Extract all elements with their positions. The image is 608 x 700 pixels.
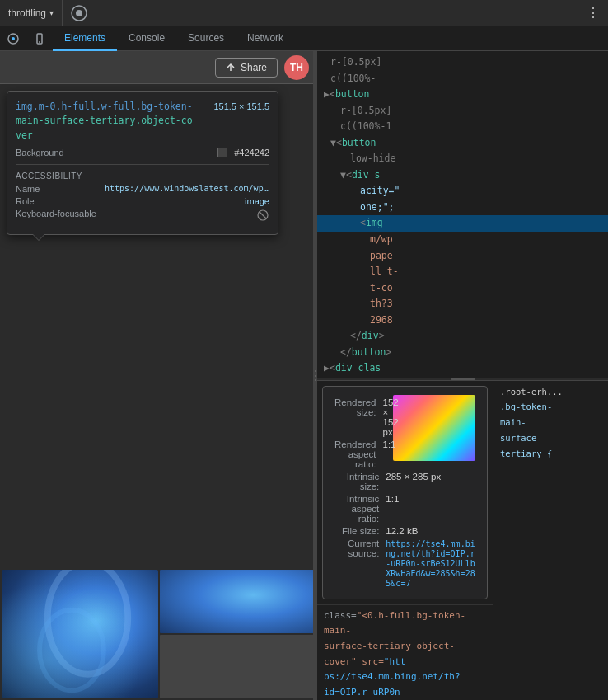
color-swatch bbox=[217, 148, 227, 157]
intrinsic-size-value: 285 × 285 px bbox=[386, 472, 475, 482]
more-options-button[interactable]: ⋮ bbox=[578, 5, 608, 21]
swirl-decoration bbox=[2, 570, 158, 698]
intrinsic-size-row: Intrinsic size: 285 × 285 px bbox=[334, 472, 475, 491]
main-content: Share TH 151.5 × 151.5 img.m-0.h-full.w-… bbox=[0, 51, 608, 700]
css-line: surface- bbox=[500, 430, 601, 446]
rendered-aspect-value: 1:1 bbox=[383, 439, 396, 449]
bottom-section: Rendered size: 152 × 152 px Rendered asp… bbox=[317, 381, 608, 701]
role-row: Role image bbox=[16, 196, 269, 206]
keyboard-label: Keyboard-focusable bbox=[16, 209, 96, 223]
file-size-row: File size: 12.2 kB bbox=[334, 526, 475, 536]
role-label: Role bbox=[16, 196, 35, 206]
image-cell-3 bbox=[160, 635, 316, 698]
browser-panel: Share TH 151.5 × 151.5 img.m-0.h-full.w-… bbox=[0, 51, 317, 700]
image-info-section: Rendered size: 152 × 152 px Rendered asp… bbox=[317, 381, 493, 701]
rendered-size-label: Rendered size: bbox=[334, 397, 376, 417]
rendered-size-row: Rendered size: 152 × 152 px bbox=[334, 397, 375, 437]
code-line: low-hide bbox=[317, 151, 608, 167]
intrinsic-aspect-row: Intrinsic aspect ratio: 1:1 bbox=[334, 494, 475, 524]
code-line: c((100%-1 bbox=[317, 119, 608, 135]
intrinsic-aspect-value: 1:1 bbox=[386, 494, 475, 504]
code-line: ps://tse4.mm.bing.net/th?id=OIP.r-uRP0n bbox=[324, 669, 486, 700]
mobile-icon bbox=[34, 33, 45, 45]
name-label: Name bbox=[16, 184, 40, 194]
rendered-aspect-row: Rendered aspect ratio: 1:1 bbox=[334, 439, 375, 469]
bottom-code-content: class="<0.h-full.bg-token-main- surface-… bbox=[324, 608, 486, 701]
css-line: .root-erh... bbox=[500, 384, 601, 400]
code-line: t-co bbox=[317, 280, 608, 297]
svg-point-10 bbox=[40, 610, 104, 691]
code-line: r-[0.5px] bbox=[317, 103, 608, 120]
file-size-value: 12.2 kB bbox=[386, 526, 475, 536]
throttling-button[interactable]: throttling ▾ bbox=[0, 0, 63, 26]
tab-console[interactable]: Console bbox=[117, 26, 176, 51]
code-line: </div> bbox=[317, 328, 608, 345]
cursor-icon bbox=[7, 33, 19, 45]
background-label: Background bbox=[16, 148, 64, 157]
accessibility-title: ACCESSIBILITY bbox=[16, 171, 269, 181]
code-line: ll t- bbox=[317, 264, 608, 280]
image-cell-1 bbox=[2, 570, 158, 698]
device-toggle-button[interactable] bbox=[28, 27, 51, 50]
divider bbox=[16, 164, 269, 165]
code-line: ▼<div s bbox=[317, 167, 608, 184]
tab-elements[interactable]: Elements bbox=[53, 26, 117, 51]
svg-point-1 bbox=[76, 10, 82, 16]
svg-point-3 bbox=[12, 37, 15, 40]
background-color-value: #424242 bbox=[234, 148, 269, 157]
tab-network[interactable]: Network bbox=[236, 26, 295, 51]
code-line: class="<0.h-full.bg-token-main- bbox=[324, 608, 486, 639]
code-line-img[interactable]: <img bbox=[317, 215, 608, 232]
svg-line-8 bbox=[260, 212, 266, 218]
rendered-aspect-label: Rendered aspect ratio: bbox=[334, 439, 376, 469]
throttling-label: throttling bbox=[8, 7, 46, 19]
code-line: r-[0.5px] bbox=[317, 54, 608, 71]
browser-nav-bar: Share TH bbox=[0, 51, 317, 84]
image-thumbnail bbox=[393, 395, 475, 461]
share-icon bbox=[226, 63, 236, 73]
css-properties-sidebar: .root-erh... .bg-token- main- surface- t… bbox=[493, 381, 608, 701]
tab-sources[interactable]: Sources bbox=[176, 26, 236, 51]
current-source-label: Current source: bbox=[334, 538, 379, 558]
wallpaper-blue-image bbox=[2, 570, 158, 698]
elements-panel[interactable]: r-[0.5px] c((100%- ▶<button r-[0.5px] c(… bbox=[317, 51, 608, 378]
avatar: TH bbox=[284, 55, 309, 80]
svg-point-9 bbox=[48, 570, 129, 674]
code-line: ▼<button bbox=[317, 135, 608, 152]
image-info-panel: Rendered size: 152 × 152 px Rendered asp… bbox=[322, 386, 488, 599]
role-value: image bbox=[245, 196, 269, 206]
devtools-tab-bar: Elements Console Sources Network bbox=[0, 26, 608, 51]
code-line: th?3 bbox=[317, 296, 608, 312]
cursor-icon-button[interactable] bbox=[2, 27, 25, 50]
code-line: c((100%- bbox=[317, 71, 608, 87]
tooltip-size: 151.5 × 151.5 bbox=[213, 101, 269, 111]
inspector-tooltip: 151.5 × 151.5 img.m-0.h-full.w-full.bg-t… bbox=[7, 91, 278, 235]
bottom-code-section: class="<0.h-full.bg-token-main- surface-… bbox=[317, 604, 493, 701]
background-row: Background #424242 bbox=[16, 148, 269, 157]
devtools-panel: r-[0.5px] c((100%- ▶<button r-[0.5px] c(… bbox=[317, 51, 608, 700]
code-line: </button> bbox=[317, 345, 608, 361]
name-row: Name https://www.windowslatest.com/wp-co… bbox=[16, 184, 269, 194]
code-line: 2968 bbox=[317, 312, 608, 329]
code-line: ▶<div clas bbox=[317, 360, 608, 377]
image-grid bbox=[0, 568, 317, 700]
file-size-label: File size: bbox=[334, 526, 379, 536]
current-source-value: https://tse4.mm.bing.net/th?id=OIP.r-uRP… bbox=[386, 538, 475, 588]
keyboard-row: Keyboard-focusable bbox=[16, 209, 269, 223]
code-line: m/wp bbox=[317, 232, 608, 248]
top-bar: throttling ▾ ⋮ bbox=[0, 0, 608, 26]
css-line: .bg-token- bbox=[500, 399, 601, 415]
code-line: pape bbox=[317, 248, 608, 265]
name-value: https://www.windowslatest.com/wp-co... bbox=[105, 184, 269, 194]
image-cell-2 bbox=[160, 570, 316, 633]
current-source-row: Current source: https://tse4.mm.bing.net… bbox=[334, 538, 475, 588]
stylus-icon bbox=[69, 3, 89, 23]
css-line: tertiary { bbox=[500, 446, 601, 462]
code-line: ▶<button bbox=[317, 87, 608, 103]
image-right-column bbox=[160, 570, 316, 698]
intrinsic-aspect-label: Intrinsic aspect ratio: bbox=[334, 494, 379, 524]
panel-resize-handle[interactable] bbox=[313, 51, 317, 700]
rendered-size-value: 152 × 152 px bbox=[383, 397, 399, 437]
code-line: one;"; bbox=[317, 200, 608, 216]
share-button[interactable]: Share bbox=[215, 58, 278, 78]
